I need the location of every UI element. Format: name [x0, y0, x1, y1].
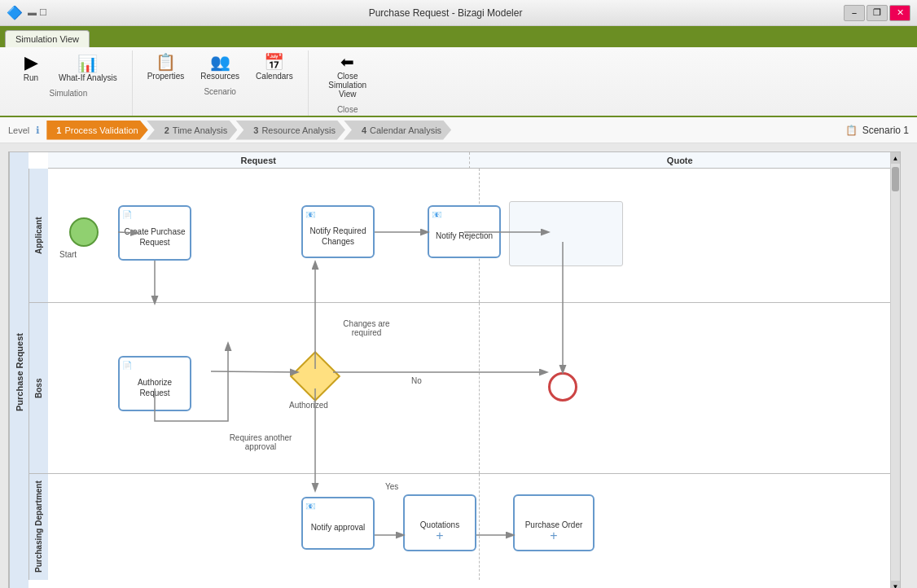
col-header-quote: Quote [470, 152, 891, 169]
calendars-icon: 📅 [264, 54, 284, 70]
task-icon-authorize: 📄 [122, 360, 132, 371]
swimlane-purchasing-label: Purchasing Department [29, 474, 48, 580]
system-menu[interactable]: ▬ ☐ [28, 7, 47, 18]
step-calendar-analysis[interactable]: 4 Calendar Analysis [344, 121, 451, 140]
resources-icon: 👥 [210, 54, 230, 70]
notify-changes-label: Notify Required Changes [306, 217, 370, 247]
window-controls: − ❐ ✕ [844, 5, 910, 21]
swimlane-boss: Boss 📄 Authorize Request Authorized Ch [29, 303, 890, 474]
canvas-area: Purchase Request Request Quote Applicant… [0, 143, 917, 588]
run-label: Run [24, 73, 38, 82]
properties-label: Properties [147, 72, 185, 81]
minimize-button[interactable]: − [844, 5, 865, 21]
close-group-label: Close [317, 105, 379, 114]
authorized-gateway[interactable] [297, 358, 333, 394]
step-time-analysis[interactable]: 2 Time Analysis [147, 121, 238, 140]
process-bar: Level ℹ 1 Process Validation 2 Time Anal… [0, 117, 917, 143]
outer-swimlane-label: Purchase Request [9, 152, 29, 588]
close-button[interactable]: ✕ [889, 5, 910, 21]
task-icon-notify-changes: 📧 [305, 209, 315, 220]
resources-label: Resources [200, 72, 239, 81]
step-2-label: Time Analysis [173, 125, 227, 135]
scroll-thumb[interactable] [892, 167, 899, 191]
what-if-button[interactable]: 📊 What-If Analysis [52, 52, 124, 86]
changes-required-label: Changes are required [330, 319, 403, 337]
window-title: Purchase Request - Bizagi Modeler [47, 7, 844, 19]
notify-rejection-task[interactable]: 📧 Notify Rejection [428, 205, 501, 258]
ribbon-group-scenario: 📋 Properties 👥 Resources 📅 Calendars Sce… [133, 50, 309, 116]
step-4-label: Calendar Analysis [370, 125, 441, 135]
requires-another-label: Requires another approval [224, 433, 297, 451]
quotations-task[interactable]: + Quotations [403, 494, 476, 551]
create-purchase-request-task[interactable]: 📄 Create Purchase Request [118, 205, 191, 261]
scroll-down-button[interactable]: ▼ [891, 581, 900, 588]
task-icon-notify-rejection: 📧 [432, 209, 441, 220]
run-button[interactable]: ▶ Run [13, 50, 49, 86]
properties-button[interactable]: 📋 Properties [141, 50, 191, 84]
step-3-label: Resource Analysis [261, 125, 336, 135]
close-simulation-button[interactable]: ⬅ Close Simulation View [317, 50, 379, 102]
empty-box-applicant [509, 201, 623, 266]
no-label: No [411, 376, 422, 385]
notify-rejection-label: Notify Rejection [436, 222, 493, 241]
step-1-label: Process Validation [64, 125, 138, 135]
start-event[interactable] [69, 217, 99, 247]
tab-bar: Simulation View [0, 26, 917, 47]
notify-required-changes-task[interactable]: 📧 Notify Required Changes [301, 205, 375, 258]
notify-approval-task[interactable]: 📧 Notify approval [301, 497, 375, 550]
notify-approval-label: Notify approval [311, 514, 366, 533]
calendars-button[interactable]: 📅 Calendars [249, 50, 300, 84]
close-sim-label: Close Simulation View [323, 72, 372, 99]
calendars-label: Calendars [256, 72, 293, 81]
step-1-num: 1 [56, 125, 61, 135]
swimlane-applicant: Applicant Start 📄 Create Purchase Reques… [29, 169, 890, 303]
what-if-label: What-If Analysis [59, 73, 117, 82]
simulation-group-label: Simulation [13, 89, 124, 98]
resources-button[interactable]: 👥 Resources [194, 50, 246, 84]
level-info-icon: ℹ [36, 125, 40, 136]
simulation-items: ▶ Run 📊 What-If Analysis [13, 50, 124, 87]
step-resource-analysis[interactable]: 3 Resource Analysis [235, 121, 345, 140]
scenario-items: 📋 Properties 👥 Resources 📅 Calendars [141, 50, 300, 86]
restore-button[interactable]: ❐ [867, 5, 888, 21]
ribbon-group-simulation: ▶ Run 📊 What-If Analysis Simulation [5, 50, 133, 116]
col-header-request: Request [48, 152, 470, 169]
close-sim-icon: ⬅ [340, 54, 354, 70]
diagram-container: Purchase Request Request Quote Applicant… [8, 151, 901, 588]
col-divider-boss [479, 303, 480, 473]
authorize-label: Authorize Request [123, 369, 186, 398]
what-if-icon: 📊 [77, 55, 98, 72]
properties-icon: 📋 [156, 54, 176, 70]
scenario-badge: 📋 Scenario 1 [845, 125, 909, 136]
start-label: Start [59, 250, 77, 259]
scrollbar-right[interactable]: ▲ ▼ [890, 152, 900, 588]
ribbon: ▶ Run 📊 What-If Analysis Simulation 📋 Pr… [0, 47, 917, 117]
end-event[interactable] [548, 372, 577, 402]
gateway-diamond [290, 351, 340, 402]
run-icon: ▶ [24, 54, 38, 72]
step-3-num: 3 [253, 125, 258, 135]
close-items: ⬅ Close Simulation View [317, 50, 379, 103]
column-headers: Request Quote [48, 152, 890, 169]
ribbon-group-close: ⬅ Close Simulation View Close [309, 50, 387, 116]
yes-label: Yes [385, 482, 398, 491]
step-4-num: 4 [362, 125, 366, 135]
swimlane-applicant-label: Applicant [29, 169, 48, 302]
gateway-label: Authorized [289, 401, 328, 410]
purchase-order-task[interactable]: + Purchase Order [513, 494, 595, 551]
authorize-request-task[interactable]: 📄 Authorize Request [118, 356, 191, 411]
create-request-label: Create Purchase Request [123, 218, 186, 248]
scenario-icon: 📋 [845, 125, 858, 136]
swimlane-purchasing: Purchasing Department 📧 Notify approval … [29, 474, 890, 580]
start-event-circle [69, 217, 99, 247]
col-divider-purchasing [479, 474, 480, 580]
simulation-view-tab[interactable]: Simulation View [5, 30, 90, 47]
swimlane-boss-label: Boss [29, 303, 48, 473]
step-process-validation[interactable]: 1 Process Validation [46, 121, 147, 140]
title-bar-left: 🔷 ▬ ☐ [7, 5, 47, 20]
quotations-icon: + [436, 528, 443, 545]
scenario-label: Scenario 1 [862, 125, 909, 136]
scenario-group-label: Scenario [141, 87, 300, 96]
scroll-up-button[interactable]: ▲ [891, 152, 900, 164]
title-bar: 🔷 ▬ ☐ Purchase Request - Bizagi Modeler … [0, 0, 917, 26]
